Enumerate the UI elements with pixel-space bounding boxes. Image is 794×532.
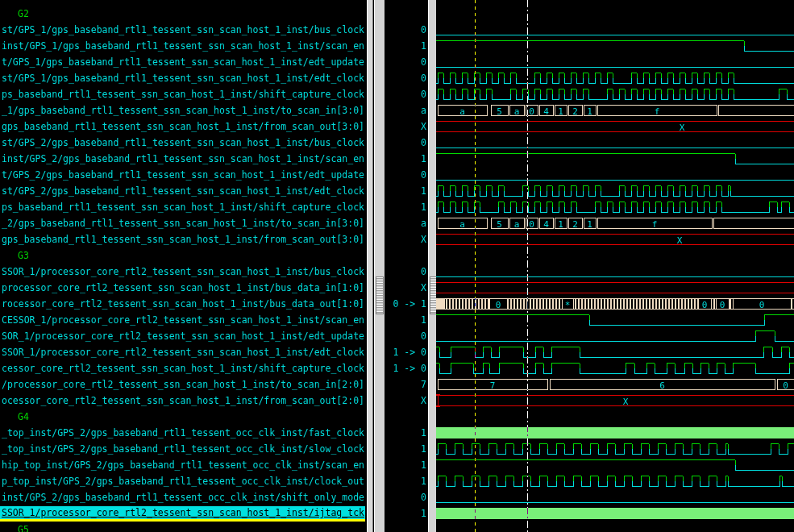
signal-path-label: t/GPS_2/gps_baseband_rtl1_tessent_ssn_sc… xyxy=(2,167,364,183)
signal-path-label: st/GPS_2/gps_baseband_rtl1_tessent_ssn_s… xyxy=(2,135,364,151)
signal-name-row[interactable]: CESSOR_1/processor_core_rtl2_tessent_ssn… xyxy=(0,312,365,328)
signal-value: 1 xyxy=(421,312,426,328)
svg-text:4: 4 xyxy=(543,106,549,117)
signal-name-row[interactable]: inst/GPS_1/gps_baseband_rtl1_tessent_ssn… xyxy=(0,38,365,54)
signal-name-row[interactable]: t/GPS_1/gps_baseband_rtl1_tessent_ssn_sc… xyxy=(0,54,365,70)
signal-value-row: a xyxy=(385,102,428,118)
svg-text:X: X xyxy=(680,123,685,133)
signal-name-row[interactable]: /processor_core_rtl2_tessent_ssn_scan_ho… xyxy=(0,376,365,393)
signal-value-row: 1 xyxy=(385,199,428,215)
group-label: G5 xyxy=(18,522,29,532)
signal-name-row-selected[interactable]: SSOR_1/processor_core_rtl2_tessent_ssn_s… xyxy=(0,505,365,522)
signal-value-row: X xyxy=(385,118,428,135)
signal-value: 1 xyxy=(421,441,426,457)
signal-value-row: 0 xyxy=(385,54,428,70)
signal-name-row[interactable]: SSOR_1/processor_core_rtl2_tessent_ssn_s… xyxy=(0,264,365,280)
signal-value: X xyxy=(421,393,426,409)
signal-value-row: 0 xyxy=(385,135,428,151)
signal-value: 0 xyxy=(421,70,426,86)
signal-value-row: 1 -> 0 xyxy=(385,360,428,376)
signal-name-row[interactable]: gps_baseband_rtl1_tessent_ssn_scan_host_… xyxy=(0,231,365,247)
signal-names-panel[interactable]: G2st/GPS_1/gps_baseband_rtl1_tessent_ssn… xyxy=(0,0,365,532)
svg-text:0: 0 xyxy=(783,380,788,391)
signal-values-panel: 01000aX01011aX0X0 -> 1101 -> 01 -> 07X11… xyxy=(385,0,428,532)
signal-path-label: rocessor_core_rtl2_tessent_ssn_scan_host… xyxy=(2,296,364,312)
pane-sash[interactable] xyxy=(367,0,373,532)
signal-path-label: SSOR_1/processor_core_rtl2_tessent_ssn_s… xyxy=(2,505,364,520)
group-label-row[interactable]: G5 xyxy=(0,522,365,532)
signal-value-row: 1 -> 0 xyxy=(385,344,428,360)
signal-name-row[interactable]: processor_core_rtl2_tessent_ssn_scan_hos… xyxy=(0,280,365,296)
signal-path-label: _top_inst/GPS_2/gps_baseband_rtl1_tessen… xyxy=(2,441,364,457)
signal-name-row[interactable]: st/GPS_2/gps_baseband_rtl1_tessent_ssn_s… xyxy=(0,183,365,199)
group-label-row[interactable]: G4 xyxy=(0,409,365,425)
scrollbar-thumb[interactable] xyxy=(376,276,384,314)
svg-text:4: 4 xyxy=(543,219,549,230)
signal-value-row: a xyxy=(385,215,428,231)
svg-text:a: a xyxy=(514,219,520,230)
signal-path-label: gps_baseband_rtl1_tessent_ssn_scan_host_… xyxy=(2,118,364,135)
signal-value-row: 1 xyxy=(385,473,428,489)
signal-name-row[interactable]: gps_baseband_rtl1_tessent_ssn_scan_host_… xyxy=(0,118,365,135)
signal-value: 1 -> 0 xyxy=(393,360,426,376)
signal-path-label: inst/GPS_2/gps_baseband_rtl1_tessent_ssn… xyxy=(2,151,364,167)
names-vertical-scrollbar[interactable] xyxy=(374,0,385,532)
signal-path-label: CESSOR_1/processor_core_rtl2_tessent_ssn… xyxy=(2,312,364,328)
signal-name-row[interactable]: ocessor_core_rtl2_tessent_ssn_scan_host_… xyxy=(0,393,365,409)
svg-text:a: a xyxy=(514,106,520,117)
signal-name-row[interactable]: rocessor_core_rtl2_tessent_ssn_scan_host… xyxy=(0,296,365,312)
signal-path-label: SSOR_1/processor_core_rtl2_tessent_ssn_s… xyxy=(2,264,364,280)
signal-value: 7 xyxy=(421,376,426,393)
signal-value: 0 xyxy=(421,86,426,102)
signal-name-row[interactable]: _top_inst/GPS_2/gps_baseband_rtl1_tessen… xyxy=(0,425,365,441)
signal-value-row: X xyxy=(385,231,428,247)
signal-name-row[interactable]: st/GPS_1/gps_baseband_rtl1_tessent_ssn_s… xyxy=(0,22,365,38)
signal-value: X xyxy=(421,231,426,247)
signal-name-row[interactable]: st/GPS_1/gps_baseband_rtl1_tessent_ssn_s… xyxy=(0,70,365,86)
signal-value-row: 1 xyxy=(385,312,428,328)
signal-name-row[interactable]: p_top_inst/GPS_2/gps_baseband_rtl1_tesse… xyxy=(0,473,365,489)
waveform-viewer-window: { "app": {"kind": "hdl-waveform-viewer"}… xyxy=(0,0,794,532)
signal-value-row: 1 xyxy=(385,151,428,167)
signal-path-label: processor_core_rtl2_tessent_ssn_scan_hos… xyxy=(2,280,364,296)
signal-name-row[interactable]: _top_inst/GPS_2/gps_baseband_rtl1_tessen… xyxy=(0,441,365,457)
signal-name-row[interactable]: _2/gps_baseband_rtl1_tessent_ssn_scan_ho… xyxy=(0,215,365,231)
signal-name-row[interactable]: SOR_1/processor_core_rtl2_tessent_ssn_sc… xyxy=(0,328,365,344)
signal-value: 1 xyxy=(421,38,426,54)
signal-name-row[interactable]: st/GPS_2/gps_baseband_rtl1_tessent_ssn_s… xyxy=(0,135,365,151)
signal-value-row: 1 xyxy=(385,183,428,199)
signal-name-row[interactable]: t/GPS_2/gps_baseband_rtl1_tessent_ssn_sc… xyxy=(0,167,365,183)
time-cursor-primary[interactable] xyxy=(527,0,528,532)
signal-path-label: gps_baseband_rtl1_tessent_ssn_scan_host_… xyxy=(2,231,364,247)
time-cursor-secondary[interactable] xyxy=(475,0,476,532)
signal-name-row[interactable]: inst/GPS_2/gps_baseband_rtl1_tessent_occ… xyxy=(0,489,365,505)
group-label: G3 xyxy=(18,247,29,264)
signal-value: 1 xyxy=(421,457,426,473)
signal-value: 0 xyxy=(421,54,426,70)
signal-value: a xyxy=(421,102,426,118)
signal-value: 1 xyxy=(421,425,426,441)
signal-name-row[interactable]: hip_top_inst/GPS_2/gps_baseband_rtl1_tes… xyxy=(0,457,365,473)
group-label-row[interactable]: G2 xyxy=(0,6,365,22)
names-values-gutter xyxy=(365,0,385,532)
signal-name-row[interactable]: ps_baseband_rtl1_tessent_ssn_scan_host_1… xyxy=(0,199,365,215)
signal-name-row[interactable]: _1/gps_baseband_rtl1_tessent_ssn_scan_ho… xyxy=(0,102,365,118)
signal-path-label: st/GPS_2/gps_baseband_rtl1_tessent_ssn_s… xyxy=(2,183,364,199)
svg-text:0: 0 xyxy=(496,300,501,310)
signal-name-row[interactable]: inst/GPS_2/gps_baseband_rtl1_tessent_ssn… xyxy=(0,151,365,167)
svg-text:f: f xyxy=(652,219,658,230)
wave-vertical-scrollbar[interactable] xyxy=(428,0,436,532)
signal-name-row[interactable]: ps_baseband_rtl1_tessent_ssn_scan_host_1… xyxy=(0,86,365,102)
signal-value: X xyxy=(421,280,426,296)
signal-path-label: p_top_inst/GPS_2/gps_baseband_rtl1_tesse… xyxy=(2,473,364,489)
waveform-panel[interactable]: a5a04121fXa5a04121fX0*000760X xyxy=(436,0,794,532)
signal-value-row: 1 xyxy=(385,505,428,522)
signal-path-label: st/GPS_1/gps_baseband_rtl1_tessent_ssn_s… xyxy=(2,70,364,86)
signal-name-row[interactable]: cessor_core_rtl2_tessent_ssn_scan_host_1… xyxy=(0,360,365,376)
signal-value: 0 xyxy=(421,22,426,38)
signal-path-label: cessor_core_rtl2_tessent_ssn_scan_host_1… xyxy=(2,360,364,376)
signal-path-label: ocessor_core_rtl2_tessent_ssn_scan_host_… xyxy=(2,393,364,409)
svg-text:1: 1 xyxy=(558,106,563,117)
group-label-row[interactable]: G3 xyxy=(0,247,365,264)
signal-name-row[interactable]: SSOR_1/processor_core_rtl2_tessent_ssn_s… xyxy=(0,344,365,360)
